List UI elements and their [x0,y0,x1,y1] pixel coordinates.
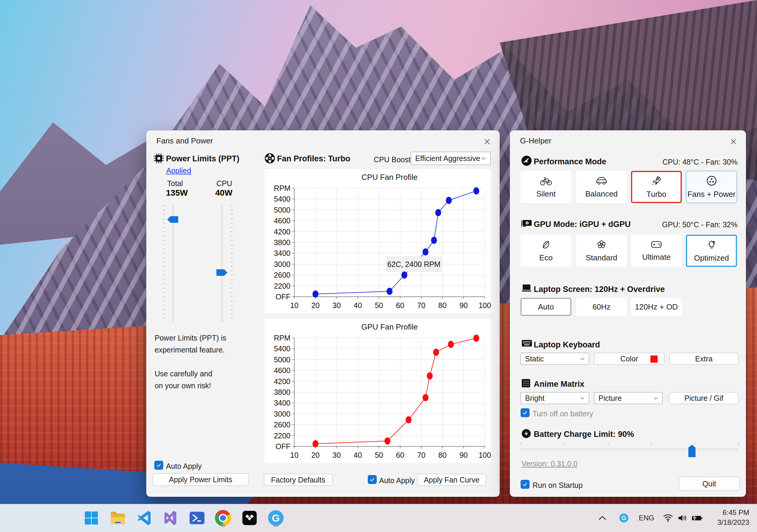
slider-track[interactable] [221,205,223,322]
vscode-icon[interactable] [135,508,154,528]
run-on-startup-checkbox[interactable] [521,480,530,489]
battery-limit-slider[interactable] [521,442,739,459]
battery-icon[interactable] [690,504,704,532]
gpu-button-ultimate[interactable]: Ultimate [631,235,682,267]
laptop-keyboard-heading: Laptop Keyboard [534,340,600,350]
mode-button-balanced[interactable]: Balanced [576,171,627,203]
mode-button-turbo[interactable]: Turbo [631,171,682,203]
svg-text:3000: 3000 [274,260,290,268]
svg-text:5400: 5400 [274,195,290,203]
mode-label: Fans + Power [687,190,736,199]
file-explorer-icon[interactable] [108,508,128,528]
mode-label: Balanced [585,189,618,199]
svg-text:CPU Fan Profile: CPU Fan Profile [361,173,418,182]
screen-icon [521,284,532,294]
gpu-fan-chart[interactable]: OFF220026003000340038004200460050005400R… [264,319,491,463]
gpu-button-optimized[interactable]: Optimized [686,235,737,267]
cpu-fan-chart-panel: OFF220026003000340038004200460050005400R… [264,169,491,313]
slider-thumb[interactable] [167,216,178,223]
picture-gif-button[interactable]: Picture / Gif [669,392,739,404]
windows-logo-icon [84,510,99,526]
keyboard-color-button[interactable]: Color [594,353,664,365]
close-icon[interactable] [482,137,492,146]
warning-line: on your own risk! [155,379,212,392]
svg-text:50: 50 [375,301,383,310]
cpu-watts-value: 40W [215,188,232,198]
svg-text:30: 30 [333,451,341,459]
visual-studio-icon[interactable] [161,508,180,528]
quit-button[interactable]: Quit [679,477,740,490]
keyboard-mode-dropdown[interactable]: Static [521,353,589,365]
apply-fan-curve-button[interactable]: Apply Fan Curve [417,474,486,486]
screen-button-auto[interactable]: Auto [521,298,571,316]
svg-text:60: 60 [396,451,405,459]
svg-text:100: 100 [478,451,491,459]
svg-text:2600: 2600 [274,271,290,279]
svg-text:3000: 3000 [274,410,290,418]
svg-text:40: 40 [354,301,362,310]
apply-power-limits-button[interactable]: Apply Power Limits [153,473,248,486]
window-title: Fans and Power [156,136,213,146]
language-indicator[interactable]: ENG [637,504,656,532]
cpu-boost-value: Efficient Aggressive [415,154,480,163]
total-limit-slider[interactable] [163,204,184,323]
clock[interactable]: 6:45 PM 3/18/2023 [705,508,749,527]
svg-text:4200: 4200 [274,377,290,386]
svg-text:3800: 3800 [274,238,290,247]
chrome-icon[interactable] [213,508,233,528]
mode-label: 60Hz [592,302,611,312]
auto-apply-power-label: Auto Apply [166,462,202,471]
volume-icon[interactable] [676,504,689,532]
risk-warning-text: Use carefully and on your own risk! [155,368,212,392]
slider-thumb[interactable] [688,445,695,457]
gpu-button-eco[interactable]: Eco [521,235,571,267]
mode-label: Auto [538,302,554,312]
version-link[interactable]: Version: 0.31.0.0 [522,460,578,468]
power-limits-heading: Power Limits (PPT) [166,154,239,163]
screen-button-60hz[interactable]: 60Hz [576,298,627,316]
ppt-warning-text: Power Limits (PPT) is experimental featu… [155,332,226,356]
mode-button-fans-power[interactable]: Fans + Power [686,171,737,203]
anime-brightness-dropdown[interactable]: Bright [521,392,589,404]
svg-text:20: 20 [311,301,320,310]
keyboard-extra-button[interactable]: Extra [669,353,739,365]
turn-off-on-battery-label: Turn off on battery [532,409,593,418]
tidal-icon[interactable] [240,508,259,528]
auto-apply-fan-checkbox[interactable] [368,475,377,484]
factory-defaults-button[interactable]: Factory Defaults [264,474,333,486]
rocket-icon [651,175,662,186]
g-helper-taskbar-icon[interactable]: G [266,508,286,528]
auto-apply-power-checkbox[interactable] [154,461,163,470]
screen-button-120hz-od[interactable]: 120Hz + OD [631,298,682,316]
warning-line: experimental feature. [155,344,226,356]
close-icon[interactable] [729,137,738,146]
total-label: Total [167,179,183,188]
slider-track[interactable] [521,448,739,451]
powershell-icon[interactable] [187,508,207,528]
anime-mode-dropdown[interactable]: Picture [594,392,663,404]
svg-text:4600: 4600 [274,366,290,375]
cpu-limit-slider[interactable] [212,204,233,323]
slider-thumb[interactable] [216,269,227,276]
svg-text:RPM: RPM [274,334,290,342]
wifi-icon[interactable] [661,504,675,532]
gamepad-icon [651,240,662,249]
fan-icon [706,175,717,186]
mode-label: Optimized [694,253,729,263]
applied-link[interactable]: Applied [166,166,191,175]
gpu-button-standard[interactable]: Standard [576,235,627,267]
start-button[interactable] [81,508,101,528]
mode-label: Turbo [647,190,667,199]
cpu-boost-dropdown[interactable]: Efficient Aggressive [411,152,491,165]
cpu-fan-chart[interactable]: OFF220026003000340038004200460050005400R… [264,169,491,313]
tray-g-helper-icon[interactable]: G [617,504,631,532]
mode-button-silent[interactable]: Silent [521,171,571,203]
tray-chevron-up-icon[interactable] [595,504,610,532]
total-watts-value: 135W [166,188,188,198]
turn-off-on-battery-checkbox[interactable] [521,408,530,417]
svg-text:2200: 2200 [274,282,290,290]
svg-text:50: 50 [375,451,383,459]
svg-text:60: 60 [396,301,405,310]
svg-text:90: 90 [459,301,468,310]
svg-text:10: 10 [290,301,298,310]
